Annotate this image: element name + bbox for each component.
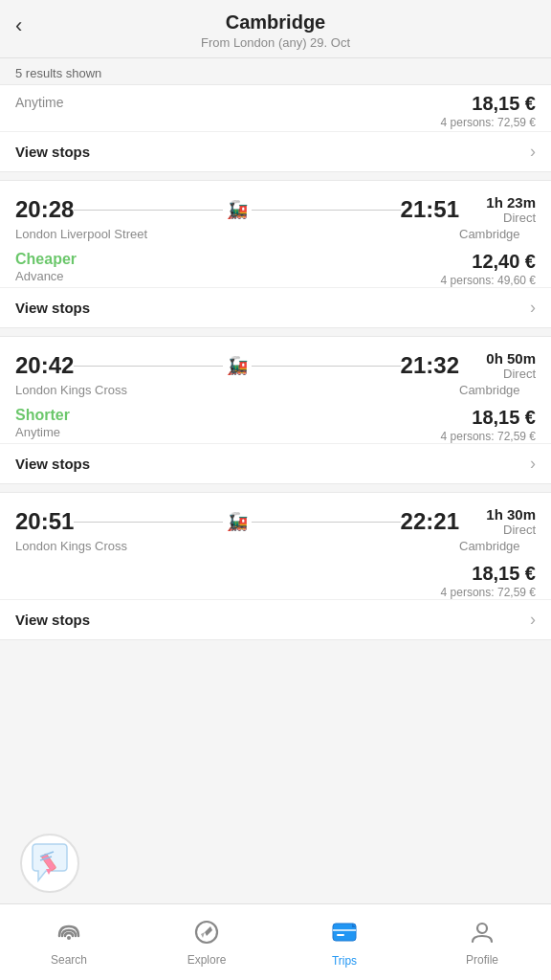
view-stops-kc1[interactable]: View stops ›: [0, 443, 551, 483]
page-header: ‹ Cambridge From London (any) 29. Oct: [0, 0, 551, 58]
nav-label-trips: Trips: [332, 954, 357, 968]
trips-icon: [330, 918, 359, 950]
badge-kc1: Shorter: [15, 407, 70, 424]
view-stops-label-partial: View stops: [15, 144, 90, 160]
result-card-liverpool: 20:28 🚂 21:51 1h 23m Direct London Liver…: [0, 180, 551, 328]
result-card-kings-cross-1: 20:42 🚂 21:32 0h 50m Direct London Kings…: [0, 336, 551, 484]
price-persons-liverpool: 4 persons: 49,60 €: [441, 274, 536, 287]
view-stops-label-kc2: View stops: [15, 612, 90, 628]
svg-point-13: [477, 924, 487, 933]
result-card-kings-cross-2: 20:51 🚂 22:21 1h 30m Direct London Kings…: [0, 492, 551, 640]
view-stops-kc2[interactable]: View stops ›: [0, 599, 551, 639]
train-icon-liverpool: 🚂: [227, 199, 248, 220]
chevron-right-icon-kc1: ›: [530, 454, 536, 474]
profile-icon: [469, 919, 496, 949]
price-partial: 18,15 €: [441, 93, 536, 115]
results-count: 5 results shown: [0, 58, 551, 84]
price-persons-partial: 4 persons: 72,59 €: [441, 116, 536, 129]
svg-rect-12: [337, 934, 344, 936]
price-persons-kc2: 4 persons: 72,59 €: [441, 586, 536, 599]
direct-kc2: Direct: [459, 523, 536, 537]
ticket-type-liverpool: Advance: [15, 269, 77, 283]
to-station-liverpool: Cambridge: [459, 227, 536, 241]
chevron-right-icon-liverpool: ›: [530, 298, 536, 318]
ticket-type-partial: Anytime: [15, 93, 64, 110]
view-stops-partial[interactable]: View stops ›: [0, 131, 551, 171]
arrive-time-kc1: 21:32: [401, 352, 459, 379]
explore-icon: [193, 919, 220, 949]
view-stops-label-kc1: View stops: [15, 456, 90, 472]
depart-time-kc2: 20:51: [15, 508, 74, 535]
depart-time-liverpool: 20:28: [15, 196, 74, 223]
nav-item-explore[interactable]: Explore: [138, 911, 276, 974]
badge-liverpool: Cheaper: [15, 251, 77, 268]
duration-liverpool: 1h 23m: [459, 194, 536, 211]
page-subtitle: From London (any) 29. Oct: [15, 35, 536, 50]
arrive-time-liverpool: 21:51: [401, 196, 459, 223]
bottom-navigation: Search Explore Trips: [0, 903, 551, 980]
svg-marker-7: [205, 926, 212, 936]
view-stops-liverpool[interactable]: View stops ›: [0, 287, 551, 327]
chevron-right-icon-kc2: ›: [530, 610, 536, 630]
depart-time-kc1: 20:42: [15, 352, 74, 379]
ticket-type-kc1: Anytime: [15, 425, 70, 439]
train-icon-kc1: 🚂: [227, 355, 248, 376]
arrive-time-kc2: 22:21: [401, 508, 459, 535]
train-icon-kc2: 🚂: [227, 511, 248, 532]
price-persons-kc1: 4 persons: 72,59 €: [441, 430, 536, 443]
svg-point-5: [67, 936, 71, 940]
price-block-partial: 18,15 € 4 persons: 72,59 €: [441, 93, 536, 129]
to-station-kc1: Cambridge: [459, 383, 536, 397]
search-icon: [55, 919, 82, 949]
direct-liverpool: Direct: [459, 211, 536, 225]
price-liverpool: 12,40 €: [441, 251, 536, 273]
result-card-partial: Anytime 18,15 € 4 persons: 72,59 € View …: [0, 84, 551, 172]
to-station-kc2: Cambridge: [459, 539, 536, 553]
nav-label-profile: Profile: [466, 953, 498, 967]
nav-label-search: Search: [51, 953, 87, 967]
duration-kc2: 1h 30m: [459, 506, 536, 523]
from-station-kc2: London Kings Cross: [15, 539, 127, 553]
back-button[interactable]: ‹: [15, 13, 22, 38]
duration-kc1: 0h 50m: [459, 350, 536, 367]
nav-label-explore: Explore: [187, 953, 227, 967]
price-kc1: 18,15 €: [441, 407, 536, 429]
from-station-kc1: London Kings Cross: [15, 383, 127, 397]
floating-action-button[interactable]: [19, 833, 80, 894]
view-stops-label-liverpool: View stops: [15, 300, 90, 316]
results-list: Anytime 18,15 € 4 persons: 72,59 € View …: [0, 84, 551, 724]
svg-marker-8: [201, 932, 205, 938]
nav-item-trips[interactable]: Trips: [276, 910, 413, 975]
price-kc2: 18,15 €: [441, 563, 536, 585]
page-title: Cambridge: [15, 11, 536, 33]
chevron-right-icon-partial: ›: [530, 142, 536, 162]
direct-kc1: Direct: [459, 367, 536, 381]
nav-item-profile[interactable]: Profile: [413, 911, 551, 974]
from-station-liverpool: London Liverpool Street: [15, 227, 147, 241]
nav-item-search[interactable]: Search: [0, 911, 138, 974]
